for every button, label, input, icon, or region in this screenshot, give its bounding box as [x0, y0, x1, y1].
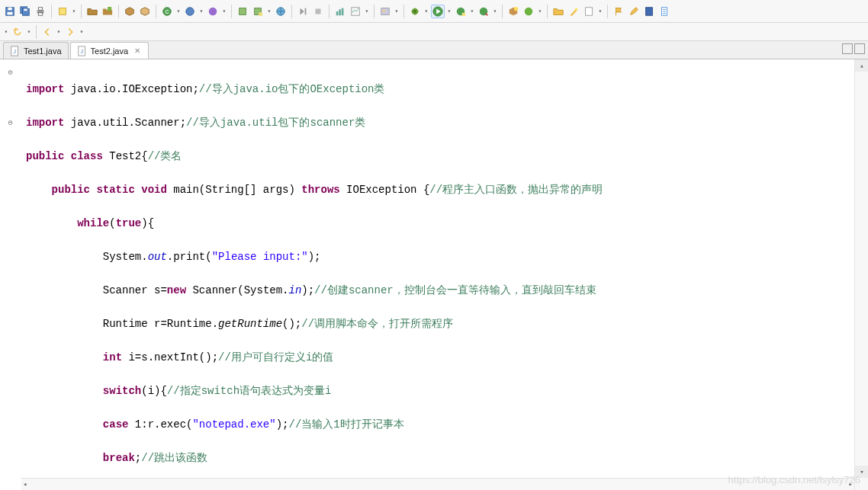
- main-toolbar: ▾ C ▾ ▾ ▾ ▾ ▾ ▾ ▾ ▾ ▾ ▾ ▾ ▾: [0, 0, 868, 23]
- open-type-icon[interactable]: [101, 5, 114, 18]
- svg-rect-22: [339, 9, 341, 15]
- svg-point-33: [525, 7, 533, 15]
- dropdown-icon[interactable]: ▾: [79, 25, 85, 39]
- page-icon[interactable]: [657, 5, 671, 18]
- book-icon[interactable]: [642, 5, 656, 18]
- svg-point-13: [186, 7, 194, 15]
- pen-icon[interactable]: [627, 5, 641, 18]
- tab-test1[interactable]: J Test1.java: [3, 42, 69, 59]
- new-pkg-icon[interactable]: [506, 5, 520, 18]
- svg-rect-23: [342, 8, 344, 15]
- new-project-icon[interactable]: [56, 5, 69, 18]
- new-class-icon[interactable]: C: [160, 5, 174, 18]
- folder-y-icon[interactable]: [551, 5, 565, 18]
- svg-rect-7: [38, 7, 42, 10]
- toolbar-sep: [403, 5, 404, 18]
- paper-icon[interactable]: [582, 5, 596, 18]
- minimize-icon[interactable]: [842, 43, 853, 54]
- code-area[interactable]: import java.io.IOException;//导入java.io包下…: [21, 59, 854, 490]
- dropdown-icon[interactable]: ▾: [175, 5, 182, 18]
- server2-icon[interactable]: [251, 5, 265, 18]
- dropdown-icon[interactable]: ▾: [3, 25, 9, 39]
- save-icon[interactable]: [3, 5, 17, 18]
- run-icon[interactable]: [431, 5, 445, 18]
- svg-rect-10: [108, 6, 111, 10]
- toolbar-sep: [51, 5, 52, 18]
- back-icon[interactable]: [40, 25, 54, 39]
- dropdown-icon[interactable]: ▾: [492, 5, 498, 18]
- svg-text:C: C: [166, 8, 169, 14]
- dropdown-icon[interactable]: ▾: [394, 5, 400, 18]
- close-icon[interactable]: ✕: [133, 46, 142, 56]
- gutter[interactable]: ⊖ ⊖: [0, 59, 21, 490]
- dropdown-icon[interactable]: ▾: [597, 5, 603, 18]
- image-icon[interactable]: [378, 5, 392, 18]
- svg-text:J: J: [13, 48, 16, 53]
- toolbar-sep: [81, 5, 82, 18]
- tab-test2[interactable]: J Test2.java ✕: [70, 42, 149, 59]
- skip-icon[interactable]: [296, 5, 310, 18]
- debug-icon[interactable]: [408, 5, 422, 18]
- toolbar-sep: [156, 5, 156, 18]
- fold-icon[interactable]: ⊖: [0, 114, 21, 131]
- scroll-up-icon[interactable]: ▴: [855, 59, 868, 72]
- toolbar-sep: [291, 5, 292, 18]
- tab-label: Test2.java: [91, 46, 129, 56]
- svg-rect-25: [381, 8, 390, 14]
- dropdown-icon[interactable]: ▾: [26, 25, 32, 39]
- editor: ⊖ ⊖ import java.io.IOException;//导入java.…: [0, 59, 868, 490]
- package-open-icon[interactable]: [138, 5, 152, 18]
- svg-point-26: [383, 9, 385, 11]
- svg-point-32: [514, 6, 518, 10]
- run-hist-icon[interactable]: [477, 5, 490, 18]
- dropdown-icon[interactable]: ▾: [221, 5, 227, 18]
- svg-rect-20: [316, 8, 321, 14]
- horizontal-scrollbar[interactable]: ◂▸: [21, 478, 854, 490]
- chart2-icon[interactable]: [349, 5, 362, 18]
- wand-icon[interactable]: [567, 5, 580, 18]
- package-icon[interactable]: [123, 5, 137, 18]
- tab-controls: [842, 43, 865, 54]
- dropdown-icon[interactable]: ▾: [446, 5, 452, 18]
- nav-toolbar: ▾ ▾ ▾ ▾: [0, 23, 868, 41]
- svg-text:J: J: [80, 48, 83, 53]
- java-file-icon: J: [10, 46, 21, 56]
- svg-rect-8: [38, 12, 42, 15]
- toolbar-sep: [118, 5, 119, 18]
- svg-rect-1: [8, 7, 11, 10]
- round-icon[interactable]: [522, 5, 535, 18]
- dropdown-icon[interactable]: ▾: [56, 25, 62, 39]
- fwd-icon[interactable]: [63, 25, 77, 39]
- open-icon[interactable]: [85, 5, 99, 18]
- run-ext-icon[interactable]: [454, 5, 468, 18]
- tab-label: Test1.java: [24, 46, 62, 56]
- stop-icon[interactable]: [311, 5, 325, 18]
- toolbar-sep: [502, 5, 503, 18]
- svg-rect-5: [24, 8, 27, 11]
- fold-icon[interactable]: ⊖: [0, 64, 21, 81]
- toolbar-sep: [329, 5, 330, 18]
- chart-icon[interactable]: [333, 5, 347, 18]
- scroll-down-icon[interactable]: ▾: [855, 466, 868, 478]
- dropdown-icon[interactable]: ▾: [537, 5, 543, 18]
- dropdown-icon[interactable]: ▾: [423, 5, 429, 18]
- flag-icon[interactable]: [612, 5, 625, 18]
- dropdown-icon[interactable]: ▾: [198, 5, 204, 18]
- svg-rect-2: [8, 11, 13, 14]
- maximize-icon[interactable]: [854, 43, 865, 54]
- dropdown-icon[interactable]: ▾: [71, 5, 77, 18]
- new-class2-icon[interactable]: [183, 5, 197, 18]
- print-icon[interactable]: [34, 5, 47, 18]
- java-file-icon: J: [77, 46, 88, 56]
- undo-icon[interactable]: [11, 25, 24, 39]
- dropdown-icon[interactable]: ▾: [364, 5, 370, 18]
- toolbar-sep: [231, 5, 232, 18]
- vertical-scrollbar[interactable]: ▴ ▾: [854, 59, 868, 490]
- dropdown-icon[interactable]: ▾: [266, 5, 272, 18]
- new-class3-icon[interactable]: [206, 5, 220, 18]
- dropdown-icon[interactable]: ▾: [469, 5, 475, 18]
- svg-rect-15: [240, 8, 246, 14]
- globe-icon[interactable]: [274, 5, 288, 18]
- server-icon[interactable]: [236, 5, 249, 18]
- save-all-icon[interactable]: [18, 5, 32, 18]
